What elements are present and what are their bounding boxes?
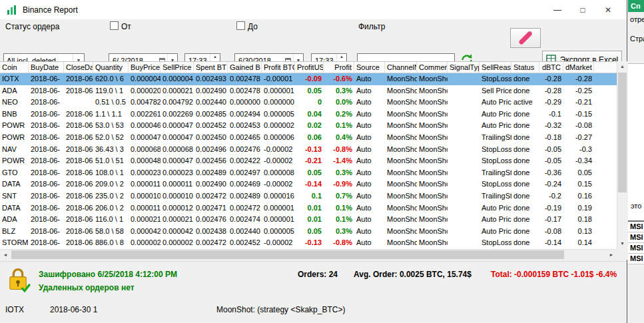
- scroll-down-icon[interactable]: ▼: [617, 238, 627, 249]
- side-window-rows: MSl MSl MSl MSl: [628, 220, 644, 264]
- column-header-profit-usd[interactable]: ProfitUSD: [295, 62, 324, 73]
- scroll-left-icon[interactable]: ◄: [0, 250, 11, 260]
- cell-comment: MoonSho: [417, 155, 448, 167]
- column-header-spent-btc[interactable]: Spent BT: [194, 62, 228, 73]
- cell-dbtc: -0.29: [539, 97, 563, 109]
- table-row[interactable]: POWR2018-06-2018-06-53.0 \ 530.0000460.0…: [0, 120, 617, 132]
- column-header-gained-btc[interactable]: Gained B: [228, 62, 262, 73]
- horizontal-scrollbar[interactable]: ◄ ►: [0, 249, 617, 260]
- cell-profit-usd: -0.13: [295, 144, 324, 156]
- table-row[interactable]: ADA2018-06-2018-06-119.0 \ 10.0000200.00…: [0, 85, 617, 97]
- cell-sell-price: 0.000068: [161, 144, 194, 156]
- table-row[interactable]: NEO2018-06-0.51 \ 0.50.0047820.0047920.0…: [0, 97, 617, 109]
- table-row[interactable]: NAV2018-06-2018-06-36.43 \ 30.0000680.00…: [0, 144, 617, 156]
- scroll-right-icon[interactable]: ►: [606, 250, 617, 260]
- cell-close-date: 2018-06-: [64, 120, 93, 132]
- order-status-label: Статус ордера: [5, 22, 59, 31]
- column-header-dmarket[interactable]: dMarket: [563, 62, 594, 73]
- marker-icon: [517, 29, 534, 47]
- table-row[interactable]: DATA2018-06-2018-06-206.0 \ 20.0000110.0…: [0, 202, 617, 214]
- table-row[interactable]: GTO2018-06-2018-06-108.0 \ 10.0000230.00…: [0, 167, 617, 179]
- cell-comment: MoonSho: [417, 202, 448, 214]
- list-item[interactable]: MSl: [628, 232, 644, 243]
- cell-signal-type: [448, 237, 480, 249]
- column-header-status[interactable]: Status: [511, 62, 539, 73]
- scroll-up-icon[interactable]: ▲: [617, 61, 627, 72]
- column-header-channel[interactable]: ChannelN: [385, 62, 417, 73]
- cell-coin: POWR: [0, 155, 29, 167]
- column-header-quantity[interactable]: Quantity: [93, 62, 129, 73]
- table-row[interactable]: ADA2018-06-2018-06-116.0 \ 10.0000210.00…: [0, 214, 617, 226]
- filter-label: Фильтр: [358, 22, 385, 31]
- column-header-signal-type[interactable]: SignalTyp: [448, 62, 480, 73]
- from-checkbox[interactable]: [110, 21, 119, 30]
- cell-sell-reason: Auto Pric: [480, 226, 511, 238]
- marker-button[interactable]: [510, 28, 541, 48]
- screen: Binance Report — □ ✕ Статус ордера All i…: [0, 0, 644, 323]
- cell-quantity: 53.0 \ 53: [93, 120, 129, 132]
- cell-quantity: 1.1 \ 1.1: [93, 109, 129, 121]
- cell-channel: MoonSho: [385, 155, 417, 167]
- to-checkbox[interactable]: [236, 21, 245, 30]
- list-item[interactable]: MSl: [628, 254, 644, 264]
- cell-status: done: [511, 237, 539, 249]
- app-icon: [7, 5, 17, 15]
- column-header-profit-btc[interactable]: Profit BTC: [262, 62, 295, 73]
- table-row[interactable]: BLZ2018-06-2018-06-58.0 \ 580.0000420.00…: [0, 226, 617, 238]
- table-row[interactable]: SNT2018-06-2018-06-235.0 \ 20.0000100.00…: [0, 190, 617, 202]
- column-header-dbtc[interactable]: dBTC: [539, 62, 563, 73]
- list-item[interactable]: MSl: [628, 222, 644, 232]
- column-header-sell-price[interactable]: SellPrice: [161, 62, 194, 73]
- column-header-close-date[interactable]: CloseDat: [64, 62, 93, 73]
- column-header-sell-reason[interactable]: SellReasc: [480, 62, 511, 73]
- cell-buy-date: 2018-06-: [29, 178, 64, 190]
- cell-spent-btc: 0.002440: [194, 97, 228, 109]
- cell-source: Auto: [354, 237, 385, 249]
- cell-profit-btc: 0.000005: [262, 109, 295, 121]
- table-row[interactable]: STORM2018-06-2018-06-886.0 \ 80.0000020.…: [0, 237, 617, 249]
- table-row[interactable]: POWR2018-06-2018-06-51.0 \ 510.0000480.0…: [0, 155, 617, 167]
- cell-sell-reason: Auto Pric: [480, 97, 511, 109]
- cell-coin: GTO: [0, 167, 29, 179]
- cell-dmarket: 0.14: [563, 237, 594, 249]
- cell-spent-btc: 0.002471: [194, 202, 228, 214]
- horizontal-scrollbar-thumb[interactable]: [11, 250, 564, 259]
- cell-spent-btc: 0.002485: [194, 109, 228, 121]
- cell-quantity: 116.0 \ 1: [93, 214, 129, 226]
- vertical-scrollbar[interactable]: ▲ ▼: [617, 61, 627, 249]
- table-body: IOTX2018-06-2018-06-620.0 \ 60.0000040.0…: [0, 73, 617, 249]
- table-row[interactable]: BNB2018-06-2018-06-1.1 \ 1.10.0022610.00…: [0, 109, 617, 121]
- side-window-tab[interactable]: Сп: [628, 0, 644, 12]
- cell-status: done: [511, 144, 539, 156]
- cell-coin: DATA: [0, 202, 29, 214]
- list-item[interactable]: MSl: [628, 243, 644, 254]
- cell-gained-btc: 0.002469: [228, 178, 262, 190]
- binance-report-window: Binance Report — □ ✕ Статус ордера All i…: [0, 0, 627, 323]
- cell-profit-usd: -0.21: [295, 155, 324, 167]
- spinner-up-icon[interactable]: ▲: [210, 54, 220, 61]
- column-header-source[interactable]: Source: [354, 62, 385, 73]
- column-header-buy-date[interactable]: BuyDate: [29, 62, 64, 73]
- table-row[interactable]: IOTX2018-06-2018-06-620.0 \ 60.0000040.0…: [0, 73, 617, 85]
- column-header-comment[interactable]: Comment: [417, 62, 448, 73]
- column-header-coin[interactable]: Coin: [0, 62, 29, 73]
- table-row[interactable]: POWR2018-06-2018-06-52.0 \ 520.0000470.0…: [0, 132, 617, 144]
- column-header-profit[interactable]: Profit: [324, 62, 354, 73]
- cell-close-date: 2018-06-: [64, 144, 93, 156]
- cell-profit: 0.1%: [324, 214, 354, 226]
- minimize-button[interactable]: —: [552, 5, 563, 15]
- close-button[interactable]: ✕: [603, 5, 613, 15]
- cell-spent-btc: 0.002472: [194, 237, 228, 249]
- cell-source: Auto: [354, 120, 385, 132]
- cell-sell-reason: Auto Pric: [480, 202, 511, 214]
- maximize-button[interactable]: □: [577, 5, 588, 15]
- table-row[interactable]: DATA2018-06-2018-06-209.0 \ 20.0000110.0…: [0, 178, 617, 190]
- cell-dbtc: -0.28: [539, 73, 563, 85]
- cell-buy-price: 0.000047: [129, 132, 161, 144]
- vertical-scrollbar-thumb[interactable]: [618, 73, 627, 192]
- cell-close-date: 2018-06-: [64, 190, 93, 202]
- spinner-up-icon[interactable]: ▲: [337, 54, 346, 61]
- cell-coin: NEO: [0, 97, 29, 109]
- column-header-buy-price[interactable]: BuyPrice: [129, 62, 161, 73]
- footer-strategy: MoonShot: (strategy <Skakp_BTC>): [216, 305, 345, 314]
